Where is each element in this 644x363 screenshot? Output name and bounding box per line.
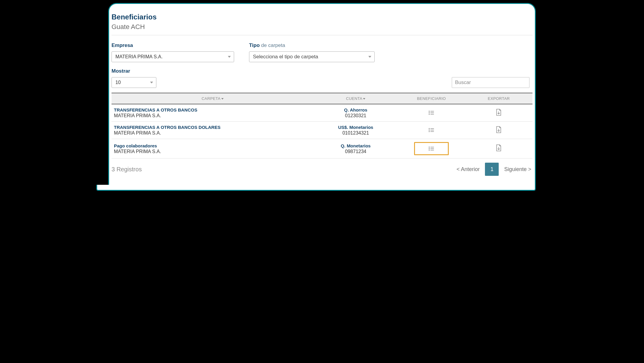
pager: < Anterior 1 Siguiente > bbox=[457, 163, 531, 176]
beneficiarios-table: Carpeta Cuenta Beneficiario Exportar TRA… bbox=[112, 93, 532, 158]
table-row: TRANSFERENCIAS A OTROS BANCOS DOLARESMAT… bbox=[112, 122, 532, 139]
next-button[interactable]: Siguiente > bbox=[504, 166, 531, 173]
account-type: Q. Ahorros bbox=[316, 107, 396, 112]
col-header-beneficiario: Beneficiario bbox=[398, 93, 465, 104]
sort-icon bbox=[221, 98, 224, 100]
empresa-select-value: MATERIA PRIMA S.A. bbox=[115, 54, 163, 60]
svg-point-2 bbox=[429, 112, 430, 113]
svg-point-4 bbox=[429, 114, 430, 115]
list-icon[interactable] bbox=[427, 109, 436, 116]
download-icon[interactable] bbox=[496, 144, 502, 152]
page-title: Beneficiarios bbox=[112, 13, 532, 23]
highlighted-action[interactable] bbox=[414, 142, 449, 155]
tipo-carpeta-placeholder: Selecciona el tipo de carpeta bbox=[253, 54, 318, 60]
svg-point-14 bbox=[429, 147, 430, 147]
mostrar-select[interactable]: 10 bbox=[112, 77, 156, 88]
download-icon[interactable] bbox=[496, 126, 502, 133]
sort-icon bbox=[363, 98, 365, 100]
app-screen: Beneficiarios Guate ACH Empresa MATERIA … bbox=[112, 7, 532, 185]
download-icon[interactable] bbox=[496, 109, 502, 116]
folder-name[interactable]: TRANSFERENCIAS A OTROS BANCOS DOLARES bbox=[114, 125, 311, 130]
col-header-cuenta[interactable]: Cuenta bbox=[314, 93, 398, 104]
laptop-base bbox=[96, 185, 536, 191]
chevron-down-icon bbox=[368, 56, 371, 58]
company-name: MATERIA PRIMA S.A. bbox=[114, 149, 311, 154]
laptop-frame: Beneficiarios Guate ACH Empresa MATERIA … bbox=[108, 3, 536, 186]
folder-name[interactable]: TRANSFERENCIAS A OTROS BANCOS bbox=[114, 107, 311, 112]
row-mostrar-search: Mostrar 10 bbox=[112, 68, 532, 88]
field-empresa: Empresa MATERIA PRIMA S.A. bbox=[112, 42, 234, 62]
svg-point-18 bbox=[429, 150, 430, 150]
folder-name[interactable]: Pago colaboradores bbox=[114, 143, 311, 148]
search-input[interactable] bbox=[452, 77, 529, 88]
list-icon[interactable] bbox=[427, 145, 436, 152]
records-count: 3 Registros bbox=[112, 166, 142, 173]
field-tipo-carpeta: Tipo de carpeta Selecciona el tipo de ca… bbox=[249, 42, 375, 62]
empresa-label: Empresa bbox=[112, 42, 234, 48]
page-subtitle: Guate ACH bbox=[112, 23, 532, 35]
mostrar-value: 10 bbox=[115, 80, 121, 85]
account-number: 09871234 bbox=[316, 149, 396, 154]
company-name: MATERIA PRIMA S.A. bbox=[114, 113, 311, 118]
account-type: Q. Monetarios bbox=[316, 143, 396, 148]
chevron-down-icon bbox=[228, 56, 231, 58]
tipo-carpeta-select[interactable]: Selecciona el tipo de carpeta bbox=[249, 51, 375, 62]
mostrar-label: Mostrar bbox=[112, 68, 156, 74]
svg-point-11 bbox=[429, 131, 430, 132]
account-number: 01230321 bbox=[316, 113, 396, 118]
filters-row: Empresa MATERIA PRIMA S.A. Tipo de carpe… bbox=[112, 42, 532, 62]
account-type: US$. Monetarios bbox=[316, 125, 396, 130]
table-footer: 3 Registros < Anterior 1 Siguiente > bbox=[112, 158, 532, 176]
svg-point-0 bbox=[429, 111, 430, 112]
chevron-down-icon bbox=[150, 82, 153, 83]
field-mostrar: Mostrar 10 bbox=[112, 68, 156, 88]
table-row: TRANSFERENCIAS A OTROS BANCOSMATERIA PRI… bbox=[112, 104, 532, 122]
page-current[interactable]: 1 bbox=[485, 163, 499, 176]
account-number: 0101234321 bbox=[316, 130, 396, 136]
list-icon[interactable] bbox=[427, 127, 436, 133]
svg-point-7 bbox=[429, 128, 430, 129]
tipo-carpeta-label: Tipo de carpeta bbox=[249, 42, 375, 48]
svg-point-9 bbox=[429, 130, 430, 130]
svg-point-16 bbox=[429, 148, 430, 149]
col-header-exportar: Exportar bbox=[465, 93, 532, 104]
empresa-select[interactable]: MATERIA PRIMA S.A. bbox=[112, 51, 234, 62]
col-header-carpeta[interactable]: Carpeta bbox=[112, 93, 314, 104]
company-name: MATERIA PRIMA S.A. bbox=[114, 130, 311, 136]
table-row: Pago colaboradoresMATERIA PRIMA S.A.Q. M… bbox=[112, 139, 532, 158]
prev-button[interactable]: < Anterior bbox=[457, 166, 480, 173]
header-divider bbox=[112, 35, 532, 35]
